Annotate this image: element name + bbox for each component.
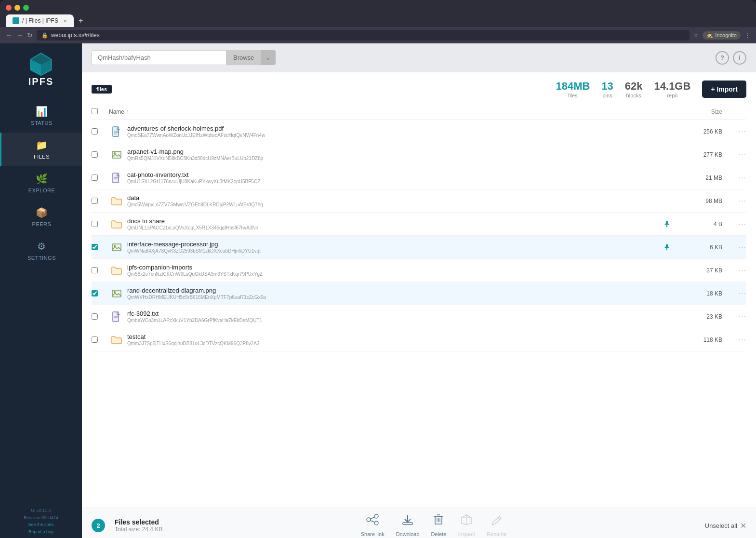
sidebar-item-files[interactable]: 📁 FILES: [0, 133, 82, 166]
file-type-icon: [109, 126, 124, 137]
file-checkbox[interactable]: [92, 221, 98, 227]
file-checkbox[interactable]: [92, 313, 98, 320]
inspect-label: Inspect: [458, 531, 475, 537]
sidebar-item-status[interactable]: 📊 STATUS: [0, 99, 82, 133]
info-button[interactable]: i: [733, 51, 746, 65]
file-menu-button[interactable]: ···: [739, 197, 746, 205]
file-checkbox[interactable]: [92, 290, 98, 296]
tab-close-button[interactable]: ✕: [63, 18, 67, 24]
file-actions: ···: [722, 266, 746, 275]
forward-button[interactable]: →: [16, 31, 23, 39]
browse-button[interactable]: Browse: [226, 50, 261, 65]
stat-storage-value: 184MB: [556, 80, 590, 93]
menu-icon[interactable]: ⋮: [744, 32, 750, 39]
file-hash: QmUNLLsPACCz1vLxQVkXqqLX5R1X345qqfHbsf67…: [127, 225, 416, 230]
browse-icon-button[interactable]: ⌄: [261, 50, 276, 65]
stat-repo-label: repo: [654, 93, 691, 98]
file-menu-button[interactable]: ···: [739, 336, 746, 344]
file-checkbox[interactable]: [92, 128, 98, 134]
bottom-action-bar: 2 Files selected Total size: 24.4 KB: [82, 508, 756, 538]
stat-blocks-label: blocks: [625, 93, 643, 98]
tab-title: / | Files | IPFS: [22, 17, 58, 24]
file-checkbox-wrap: [92, 267, 109, 273]
file-checkbox[interactable]: [92, 336, 98, 343]
revision-text: Revision 69cd414: [24, 514, 58, 521]
see-code-link[interactable]: See the code: [28, 522, 53, 527]
file-checkbox-wrap: [92, 336, 109, 343]
tab-favicon: [13, 17, 19, 24]
file-rows-container: adventures-of-sherlock-holmes.pdf QmdSEa…: [92, 120, 746, 351]
file-checkbox[interactable]: [92, 151, 98, 158]
file-name: rfc-3092.txt: [127, 310, 660, 317]
status-icon: 📊: [36, 106, 48, 117]
url-box[interactable]: 🔒 webui.ipfs.io/#/files: [37, 30, 690, 40]
sidebar-item-settings[interactable]: ⚙ SETTINGS: [0, 234, 82, 268]
svg-rect-4: [113, 127, 119, 136]
file-menu-button[interactable]: ···: [739, 127, 746, 136]
search-input-group: Browse ⌄: [92, 50, 276, 65]
file-menu-button[interactable]: ···: [739, 220, 746, 229]
search-input[interactable]: [92, 50, 226, 65]
file-checkbox[interactable]: [92, 244, 98, 250]
delete-label: Delete: [431, 531, 447, 537]
stat-storage[interactable]: 184MB files: [556, 80, 590, 98]
reload-button[interactable]: ↻: [27, 31, 33, 39]
import-button[interactable]: + Import: [702, 81, 746, 98]
inspect-button[interactable]: Inspect: [458, 514, 475, 537]
stat-blocks[interactable]: 62k blocks: [625, 80, 643, 98]
svg-point-22: [374, 521, 378, 525]
file-hash: QmWNa84XjA78QvK3zG2593bSM1zkDXXcubDHjnhD…: [127, 248, 416, 254]
sidebar-item-label-status: STATUS: [31, 120, 53, 126]
file-actions: ···: [722, 243, 746, 252]
unselect-label: Unselect all: [705, 522, 737, 529]
file-menu-button[interactable]: ···: [739, 150, 746, 159]
share-link-button[interactable]: Share link: [361, 514, 385, 537]
delete-button[interactable]: Delete: [431, 514, 447, 537]
new-tab-button[interactable]: +: [76, 16, 86, 25]
rename-button[interactable]: Rename: [487, 514, 507, 537]
file-list: Name ↑ Size adventures-of-sherlock-holme…: [92, 104, 746, 351]
file-info: cat-photo-inventory.txt QmU1SXL2Gt1176nc…: [127, 171, 660, 184]
file-size: 6 KB: [674, 244, 722, 251]
svg-rect-15: [112, 290, 121, 297]
help-button[interactable]: ?: [716, 51, 729, 65]
file-checkbox[interactable]: [92, 198, 98, 204]
stat-repo[interactable]: 14.1GB repo: [654, 80, 691, 98]
sort-icon: ↑: [126, 108, 129, 115]
file-checkbox[interactable]: [92, 267, 98, 273]
report-bug-link[interactable]: Report a bug: [28, 529, 53, 534]
file-menu-button[interactable]: ···: [739, 312, 746, 321]
pin-icon: [660, 221, 674, 228]
star-icon[interactable]: ☆: [693, 32, 699, 39]
browser-tab[interactable]: / | Files | IPFS ✕: [6, 14, 74, 27]
address-bar: ← → ↻ 🔒 webui.ipfs.io/#/files ☆ 🕵 Incogn…: [0, 27, 756, 43]
sidebar-item-peers[interactable]: 📦 PEERS: [0, 200, 82, 234]
table-row: docs to share QmUNLLsPACCz1vLxQVkXqqLX5R…: [92, 213, 746, 236]
file-actions: ···: [722, 289, 746, 298]
select-all-checkbox[interactable]: [92, 108, 98, 114]
stat-pins-label: pins: [601, 93, 613, 98]
back-button[interactable]: ←: [6, 31, 13, 39]
traffic-light-red[interactable]: [6, 5, 12, 11]
file-menu-button[interactable]: ···: [739, 243, 746, 252]
selected-info: Files selected Total size: 24.4 KB: [115, 518, 162, 533]
stat-storage-label: files: [556, 93, 590, 98]
header-name[interactable]: Name ↑: [109, 108, 660, 115]
file-menu-button[interactable]: ···: [739, 174, 746, 182]
file-name: arpanet-v1-map.png: [127, 148, 660, 155]
file-checkbox[interactable]: [92, 175, 98, 181]
traffic-light-yellow[interactable]: [14, 5, 20, 11]
file-hash: Qmc5WwpyLo7ZV7SMwcrVZGEh9DLKRDjxP2W1uAfS…: [127, 202, 416, 207]
sidebar-item-label-settings: SETTINGS: [27, 255, 56, 261]
rename-label: Rename: [487, 531, 507, 537]
file-size: 118 KB: [674, 336, 722, 343]
file-menu-button[interactable]: ···: [739, 266, 746, 275]
file-menu-button[interactable]: ···: [739, 289, 746, 298]
rename-icon: [490, 514, 504, 528]
traffic-light-green[interactable]: [23, 5, 29, 11]
sidebar-item-explore[interactable]: 🌿 EXPLORE: [0, 166, 82, 200]
stat-pins[interactable]: 13 pins: [601, 80, 613, 98]
download-button[interactable]: Download: [396, 514, 420, 537]
unselect-all-button[interactable]: Unselect all ✕: [705, 521, 746, 530]
share-link-label: Share link: [361, 531, 385, 537]
